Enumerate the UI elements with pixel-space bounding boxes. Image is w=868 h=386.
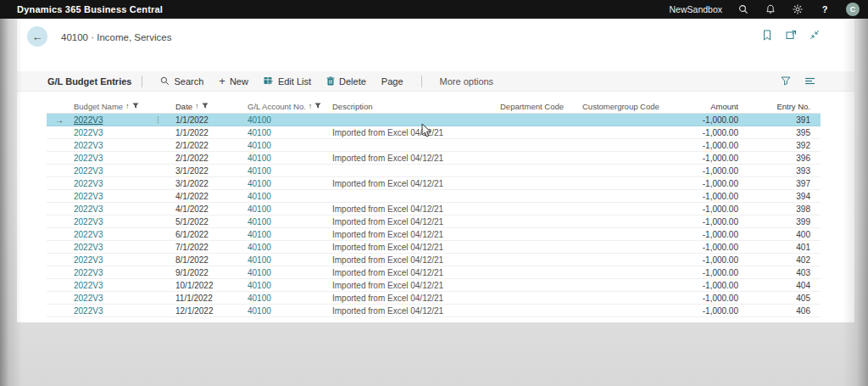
table-row[interactable]: → 2022V3 ⋮ 1/1/2022 40100 -1,000.00 391 [47, 114, 821, 126]
entry-no-cell[interactable]: 398 [740, 204, 812, 214]
account-link[interactable]: 40100 [248, 204, 271, 214]
budget-name-cell[interactable]: 2022V3 [72, 243, 174, 252]
search-icon[interactable] [737, 3, 749, 15]
account-cell[interactable]: 40100 [246, 179, 331, 188]
account-link[interactable]: 40100 [248, 179, 271, 188]
back-button[interactable]: ← [27, 26, 47, 47]
account-link[interactable]: 40100 [248, 268, 271, 277]
table-row[interactable]: 2022V3 2/1/2022 40100 -1,000.00 392 [47, 139, 821, 152]
account-cell[interactable]: 40100 [246, 281, 331, 290]
row-context-menu-icon[interactable]: ⋮ [154, 115, 162, 124]
entry-no-cell[interactable]: 396 [740, 154, 812, 163]
budget-name-link[interactable]: 2022V3 [74, 128, 103, 137]
table-row[interactable]: 2022V3 10/1/2022 40100 Imported from Exc… [47, 279, 821, 292]
entry-no-cell[interactable]: 399 [740, 217, 812, 227]
account-cell[interactable]: 40100 [246, 255, 331, 265]
entry-no-cell[interactable]: 406 [740, 306, 812, 316]
more-options-menu[interactable]: More options [440, 76, 494, 87]
column-header-customergroup[interactable]: Customergroup Code [581, 102, 678, 111]
entry-no-cell[interactable]: 391 [740, 115, 812, 125]
column-header-account[interactable]: G/L Account No. ↑ [246, 102, 331, 111]
table-row[interactable]: 2022V3 5/1/2022 40100 Imported from Exce… [47, 215, 821, 228]
budget-name-link[interactable]: 2022V3 [74, 217, 103, 227]
amount-cell[interactable]: -1,000.00 [678, 306, 740, 316]
amount-cell[interactable]: -1,000.00 [678, 204, 740, 214]
account-link[interactable]: 40100 [248, 166, 271, 176]
account-link[interactable]: 40100 [248, 141, 271, 150]
budget-name-link[interactable]: 2022V3 [74, 306, 103, 316]
account-link[interactable]: 40100 [248, 294, 271, 303]
account-cell[interactable]: 40100 [246, 204, 331, 214]
delete-action[interactable]: Delete [326, 76, 366, 87]
budget-name-cell[interactable]: 2022V3 [72, 204, 174, 214]
new-action[interactable]: + New [219, 76, 248, 87]
description-cell[interactable]: Imported from Excel 04/12/21 [331, 294, 498, 303]
description-cell[interactable]: Imported from Excel 04/12/21 [331, 154, 498, 163]
date-cell[interactable]: 7/1/2022 [174, 243, 246, 252]
date-cell[interactable]: 2/1/2022 [174, 154, 246, 163]
budget-name-link[interactable]: 2022V3 [74, 294, 103, 303]
table-row[interactable]: 2022V3 3/1/2022 40100 Imported from Exce… [47, 177, 821, 190]
budget-name-link[interactable]: 2022V3 [74, 204, 103, 214]
date-cell[interactable]: 4/1/2022 [174, 204, 246, 214]
amount-cell[interactable]: -1,000.00 [678, 128, 740, 137]
settings-gear-icon[interactable] [792, 3, 804, 15]
date-cell[interactable]: 10/1/2022 [174, 281, 246, 290]
date-cell[interactable]: 3/1/2022 [174, 179, 246, 188]
budget-name-cell[interactable]: 2022V3 [72, 281, 174, 290]
column-header-amount[interactable]: Amount [678, 102, 740, 111]
account-cell[interactable]: 40100 [246, 230, 331, 239]
date-cell[interactable]: 6/1/2022 [174, 230, 246, 239]
budget-name-cell[interactable]: 2022V3 [72, 128, 174, 137]
description-cell[interactable]: Imported from Excel 04/12/21 [331, 281, 498, 290]
column-header-department[interactable]: Department Code [498, 102, 581, 111]
date-cell[interactable]: 5/1/2022 [174, 217, 246, 227]
account-link[interactable]: 40100 [248, 128, 271, 137]
description-cell[interactable]: Imported from Excel 04/12/21 [331, 268, 498, 277]
account-link[interactable]: 40100 [248, 217, 271, 227]
account-link[interactable]: 40100 [248, 255, 271, 265]
table-row[interactable]: 2022V3 2/1/2022 40100 Imported from Exce… [47, 152, 821, 165]
account-cell[interactable]: 40100 [246, 128, 331, 137]
account-link[interactable]: 40100 [248, 281, 271, 290]
date-cell[interactable]: 3/1/2022 [174, 166, 246, 176]
amount-cell[interactable]: -1,000.00 [678, 255, 740, 265]
amount-cell[interactable]: -1,000.00 [678, 243, 740, 252]
description-cell[interactable]: Imported from Excel 04/12/21 [331, 230, 498, 239]
account-link[interactable]: 40100 [248, 306, 271, 316]
description-cell[interactable]: Imported from Excel 04/12/21 [331, 179, 498, 188]
account-cell[interactable]: 40100 [246, 166, 331, 176]
budget-name-cell[interactable]: 2022V3 [72, 179, 174, 188]
budget-name-cell[interactable]: 2022V3 [72, 230, 174, 239]
table-row[interactable]: 2022V3 11/1/2022 40100 Imported from Exc… [47, 292, 821, 305]
date-cell[interactable]: 1/1/2022 [174, 115, 246, 125]
collapse-icon[interactable] [810, 30, 821, 41]
entry-no-cell[interactable]: 393 [740, 166, 812, 176]
amount-cell[interactable]: -1,000.00 [678, 268, 740, 277]
amount-cell[interactable]: -1,000.00 [678, 294, 740, 303]
bookmark-icon[interactable] [762, 30, 773, 41]
budget-name-link[interactable]: 2022V3 [74, 192, 103, 201]
budget-name-link[interactable]: 2022V3 [74, 281, 103, 290]
edit-list-action[interactable]: Edit List [264, 76, 311, 87]
budget-name-link[interactable]: 2022V3 [74, 243, 103, 252]
notifications-bell-icon[interactable] [765, 3, 776, 15]
account-cell[interactable]: 40100 [246, 268, 331, 277]
filter-icon[interactable] [780, 76, 792, 87]
table-row[interactable]: 2022V3 9/1/2022 40100 Imported from Exce… [47, 266, 821, 279]
budget-name-link[interactable]: 2022V3 [74, 115, 103, 125]
amount-cell[interactable]: -1,000.00 [678, 217, 740, 227]
amount-cell[interactable]: -1,000.00 [678, 230, 740, 239]
entry-no-cell[interactable]: 397 [740, 179, 812, 188]
budget-name-link[interactable]: 2022V3 [74, 166, 103, 176]
budget-name-cell[interactable]: 2022V3 [72, 217, 174, 227]
description-cell[interactable]: Imported from Excel 04/12/21 [331, 306, 498, 316]
column-header-date[interactable]: Date ↑ [174, 102, 246, 111]
table-row[interactable]: 2022V3 1/1/2022 40100 Imported from Exce… [47, 126, 821, 139]
entry-no-cell[interactable]: 403 [740, 268, 812, 277]
description-cell[interactable]: Imported from Excel 04/12/21 [331, 255, 498, 265]
account-link[interactable]: 40100 [248, 154, 271, 163]
table-row[interactable]: 2022V3 4/1/2022 40100 Imported from Exce… [47, 203, 821, 215]
amount-cell[interactable]: -1,000.00 [678, 115, 740, 125]
column-header-budget-name[interactable]: Budget Name ↑ [72, 102, 174, 111]
